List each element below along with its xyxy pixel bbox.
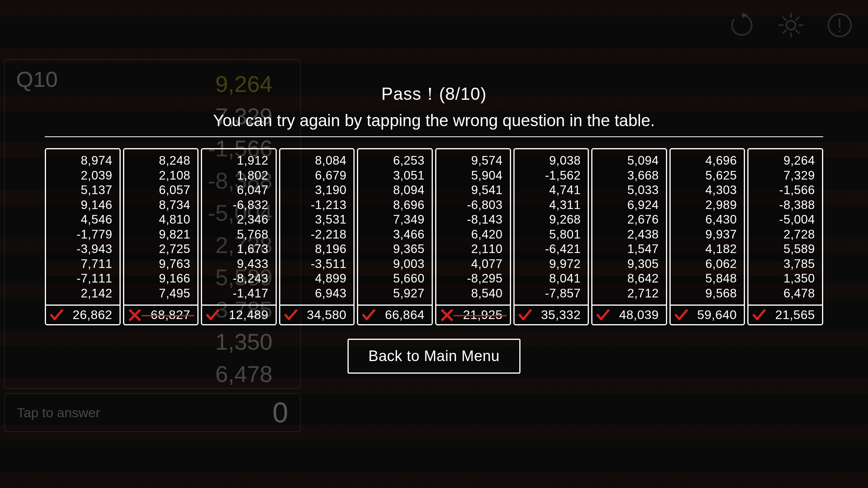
- result-card[interactable]: 8,9742,0395,1379,1464,546-1,779-3,9437,7…: [45, 148, 121, 325]
- check-icon: [284, 308, 298, 322]
- card-number-line: 9,166: [131, 271, 191, 286]
- card-number-line: 2,142: [53, 286, 112, 301]
- check-icon: [752, 308, 766, 322]
- card-number-line: 5,801: [522, 227, 581, 242]
- card-answer-row: 21,925: [436, 305, 510, 324]
- result-card[interactable]: 6,2533,0518,0948,6967,3493,4669,3659,003…: [357, 148, 433, 325]
- result-card[interactable]: 9,5745,9049,541-6,803-8,1436,4202,1104,0…: [435, 148, 511, 325]
- card-number-line: 9,568: [678, 286, 737, 301]
- card-number-line: 8,540: [443, 286, 503, 301]
- card-number-line: 4,546: [53, 212, 112, 227]
- card-number-line: 1,673: [209, 242, 268, 257]
- card-number-line: 4,810: [131, 212, 191, 227]
- card-number-line: -3,943: [53, 242, 112, 257]
- card-numbers: 5,0943,6685,0336,9242,6762,4381,5479,305…: [592, 149, 666, 305]
- card-number-line: -6,832: [209, 198, 268, 213]
- result-divider: [45, 136, 823, 137]
- card-number-line: 9,264: [756, 153, 815, 168]
- card-number-line: -1,213: [287, 198, 347, 213]
- result-subtitle: You can try again by tapping the wrong q…: [213, 111, 655, 130]
- card-answer-row: 59,640: [671, 305, 744, 324]
- result-title: Pass！(8/10): [213, 83, 655, 106]
- back-main-menu-button[interactable]: Back to Main Menu: [348, 339, 520, 374]
- card-number-line: 2,438: [600, 227, 659, 242]
- card-answer-value: 68,827: [145, 308, 191, 322]
- card-number-line: 8,094: [365, 183, 425, 198]
- card-number-line: 8,974: [53, 153, 112, 168]
- card-number-line: 1,350: [756, 271, 815, 286]
- card-numbers: 1,9121,8026,047-6,8322,3465,7681,6739,43…: [202, 149, 276, 305]
- check-icon: [50, 308, 63, 322]
- check-icon: [362, 308, 375, 322]
- card-number-line: 1,547: [600, 242, 659, 257]
- result-card[interactable]: 1,9121,8026,047-6,8322,3465,7681,6739,43…: [201, 148, 277, 325]
- card-number-line: 2,039: [53, 168, 112, 183]
- card-number-line: 6,057: [131, 183, 191, 198]
- card-number-line: 9,365: [365, 242, 425, 257]
- card-number-line: -6,803: [443, 198, 503, 213]
- results-overlay: Pass！(8/10) You can try again by tapping…: [0, 0, 868, 488]
- card-number-line: -3,511: [287, 257, 347, 272]
- result-card[interactable]: 8,0846,6793,190-1,2133,531-2,2188,196-3,…: [279, 148, 355, 325]
- card-number-line: -7,111: [53, 271, 112, 286]
- card-numbers: 6,2533,0518,0948,6967,3493,4669,3659,003…: [358, 149, 432, 305]
- card-answer-row: 21,565: [748, 305, 822, 324]
- cross-icon: [128, 308, 142, 322]
- card-number-line: -8,295: [443, 271, 503, 286]
- card-answer-value: 12,489: [223, 308, 268, 322]
- card-number-line: 5,927: [365, 286, 425, 301]
- card-numbers: 4,6965,6254,3032,9896,4309,9374,1826,062…: [671, 149, 744, 305]
- card-number-line: 3,466: [365, 227, 425, 242]
- card-number-line: 6,253: [365, 153, 425, 168]
- result-card[interactable]: 9,038-1,5624,7414,3119,2685,801-6,4219,9…: [513, 148, 589, 325]
- card-answer-value: 21,925: [457, 308, 503, 322]
- card-number-line: 9,574: [443, 153, 503, 168]
- card-number-line: 3,668: [600, 168, 659, 183]
- result-card[interactable]: 8,2482,1086,0578,7344,8109,8212,7259,763…: [123, 148, 199, 325]
- card-number-line: 7,349: [365, 212, 425, 227]
- card-number-line: -1,566: [756, 183, 815, 198]
- card-number-line: 5,589: [756, 242, 815, 257]
- result-card[interactable]: 5,0943,6685,0336,9242,6762,4381,5479,305…: [591, 148, 667, 325]
- card-answer-value: 48,039: [613, 308, 659, 322]
- card-number-line: 5,904: [443, 168, 503, 183]
- card-number-line: 5,033: [600, 183, 659, 198]
- card-number-line: -8,143: [443, 212, 503, 227]
- card-number-line: 6,420: [443, 227, 503, 242]
- card-number-line: 6,047: [209, 183, 268, 198]
- card-number-line: 3,531: [287, 212, 347, 227]
- card-number-line: -1,562: [522, 168, 581, 183]
- card-number-line: 7,711: [53, 257, 112, 272]
- card-number-line: -8,388: [756, 198, 815, 213]
- check-icon: [596, 308, 610, 322]
- card-number-line: 6,478: [756, 286, 815, 301]
- card-number-line: 2,676: [600, 212, 659, 227]
- card-number-line: 5,625: [678, 168, 737, 183]
- card-number-line: 4,182: [678, 242, 737, 257]
- card-number-line: 4,311: [522, 198, 581, 213]
- card-number-line: 6,924: [600, 198, 659, 213]
- card-number-line: 9,972: [522, 257, 581, 272]
- cross-icon: [440, 308, 454, 322]
- card-answer-value: 35,332: [535, 308, 581, 322]
- result-card[interactable]: 4,6965,6254,3032,9896,4309,9374,1826,062…: [669, 148, 745, 325]
- card-answer-row: 34,580: [280, 305, 354, 324]
- card-number-line: 5,137: [53, 183, 112, 198]
- card-number-line: -8,243: [209, 271, 268, 286]
- result-card[interactable]: 9,2647,329-1,566-8,388-5,0042,7285,5893,…: [747, 148, 823, 325]
- card-number-line: 2,728: [756, 227, 815, 242]
- card-number-line: 6,062: [678, 257, 737, 272]
- card-numbers: 8,9742,0395,1379,1464,546-1,779-3,9437,7…: [46, 149, 120, 305]
- card-numbers: 9,038-1,5624,7414,3119,2685,801-6,4219,9…: [515, 149, 588, 305]
- card-answer-row: 48,039: [592, 305, 666, 324]
- card-number-line: 6,679: [287, 168, 347, 183]
- card-number-line: 5,094: [600, 153, 659, 168]
- card-number-line: 9,003: [365, 257, 425, 272]
- result-cards-row: 8,9742,0395,1379,1464,546-1,779-3,9437,7…: [45, 148, 823, 325]
- card-number-line: -2,218: [287, 227, 347, 242]
- card-number-line: 9,937: [678, 227, 737, 242]
- card-number-line: 2,725: [131, 242, 191, 257]
- card-number-line: 9,821: [131, 227, 191, 242]
- card-number-line: 6,943: [287, 286, 347, 301]
- card-number-line: 9,038: [522, 153, 581, 168]
